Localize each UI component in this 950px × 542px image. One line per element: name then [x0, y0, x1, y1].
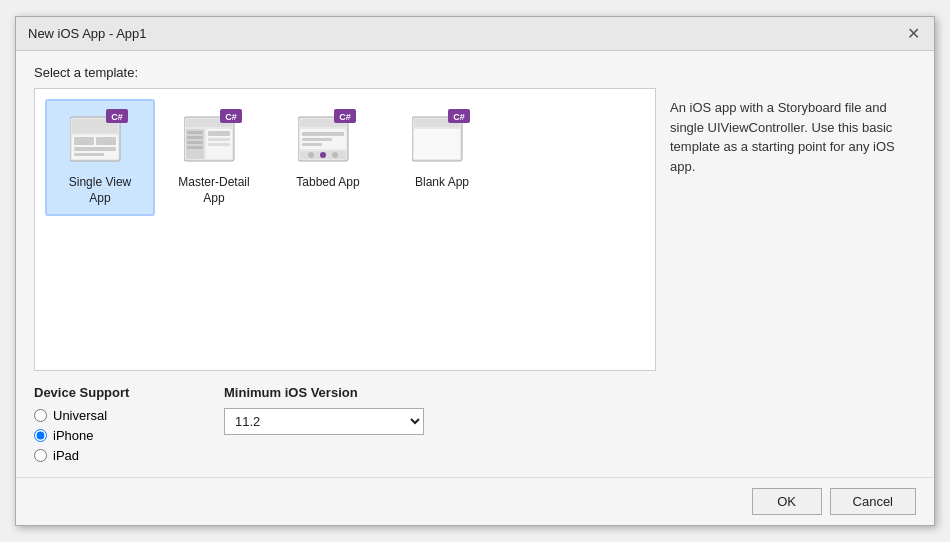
svg-point-31: [332, 152, 338, 158]
device-support-label: Device Support: [34, 385, 194, 400]
svg-rect-17: [208, 131, 230, 136]
svg-rect-4: [96, 137, 116, 145]
svg-rect-36: [414, 129, 460, 159]
min-version-section: Minimum iOS Version 11.2 11.1 11.0 10.3 …: [224, 385, 444, 435]
svg-text:C#: C#: [339, 112, 351, 122]
svg-rect-15: [187, 141, 203, 144]
template-tabbed-app[interactable]: C# Tabbed App: [273, 99, 383, 216]
main-content-row: C# Single ViewApp: [34, 88, 916, 371]
dialog-footer: OK Cancel: [16, 477, 934, 525]
radio-universal-input[interactable]: [34, 409, 47, 422]
device-support-section: Device Support Universal iPhone iPad: [34, 385, 194, 463]
close-button[interactable]: ✕: [904, 25, 922, 43]
template-grid: C# Single ViewApp: [45, 99, 645, 216]
radio-iphone-label: iPhone: [53, 428, 93, 443]
svg-rect-3: [74, 137, 94, 145]
blank-app-label: Blank App: [415, 175, 469, 191]
svg-rect-26: [302, 132, 344, 136]
min-version-select[interactable]: 11.2 11.1 11.0 10.3 10.2 10.1 10.0: [224, 408, 424, 435]
svg-rect-16: [187, 146, 203, 149]
svg-rect-28: [302, 143, 322, 146]
cancel-button[interactable]: Cancel: [830, 488, 916, 515]
radio-ipad-input[interactable]: [34, 449, 47, 462]
tabbed-app-icon: C#: [298, 109, 358, 169]
template-description: An iOS app with a Storyboard file and si…: [670, 100, 895, 174]
template-panel[interactable]: C# Single ViewApp: [34, 88, 656, 371]
svg-rect-6: [74, 153, 104, 156]
dialog: New iOS App - App1 ✕ Select a template:: [15, 16, 935, 526]
template-master-detail[interactable]: C# Master-DetailApp: [159, 99, 269, 216]
select-template-label: Select a template:: [34, 65, 916, 80]
radio-iphone[interactable]: iPhone: [34, 428, 194, 443]
radio-universal[interactable]: Universal: [34, 408, 194, 423]
svg-rect-5: [74, 147, 116, 151]
radio-universal-label: Universal: [53, 408, 107, 423]
description-panel: An iOS app with a Storyboard file and si…: [656, 88, 916, 371]
svg-text:C#: C#: [225, 112, 237, 122]
blank-app-icon: C#: [412, 109, 472, 169]
dialog-body: Select a template:: [16, 51, 934, 477]
tabbed-app-label: Tabbed App: [296, 175, 359, 191]
svg-rect-13: [187, 131, 203, 134]
svg-rect-14: [187, 136, 203, 139]
single-view-icon: C#: [70, 109, 130, 169]
svg-point-30: [320, 152, 326, 158]
ok-button[interactable]: OK: [752, 488, 822, 515]
device-support-radio-group: Universal iPhone iPad: [34, 408, 194, 463]
bottom-section: Device Support Universal iPhone iPad: [34, 371, 916, 463]
radio-ipad-label: iPad: [53, 448, 79, 463]
template-blank-app[interactable]: C# Blank App: [387, 99, 497, 216]
template-single-view[interactable]: C# Single ViewApp: [45, 99, 155, 216]
svg-point-29: [308, 152, 314, 158]
radio-ipad[interactable]: iPad: [34, 448, 194, 463]
svg-rect-19: [208, 143, 230, 146]
master-detail-icon: C#: [184, 109, 244, 169]
svg-rect-27: [302, 138, 332, 141]
title-bar: New iOS App - App1 ✕: [16, 17, 934, 51]
svg-text:C#: C#: [111, 112, 123, 122]
dialog-title: New iOS App - App1: [28, 26, 147, 41]
single-view-label: Single ViewApp: [69, 175, 131, 206]
svg-rect-18: [208, 138, 230, 141]
master-detail-label: Master-DetailApp: [178, 175, 249, 206]
min-version-label: Minimum iOS Version: [224, 385, 444, 400]
svg-text:C#: C#: [453, 112, 465, 122]
radio-iphone-input[interactable]: [34, 429, 47, 442]
